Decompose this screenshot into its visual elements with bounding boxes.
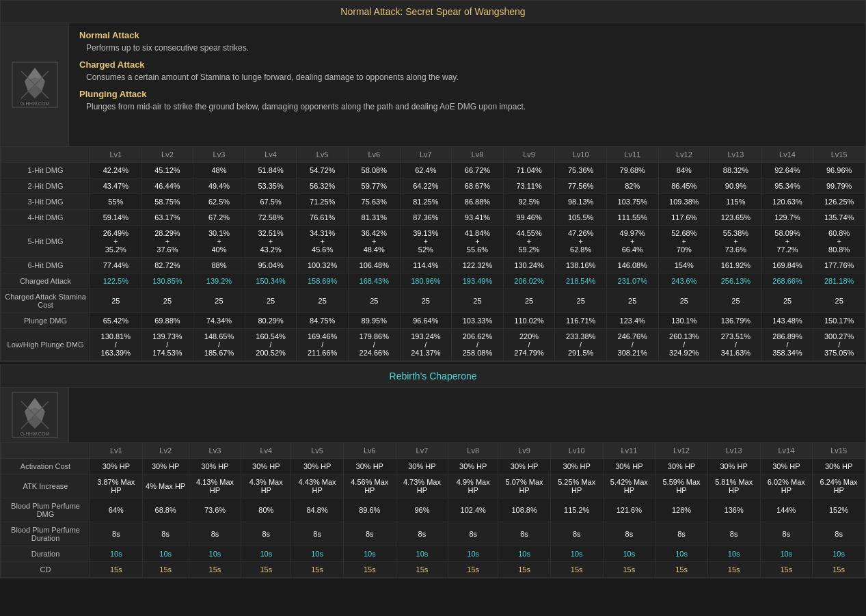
table-cell: 25 [658, 289, 710, 313]
row-label: CD [1, 562, 90, 578]
table-cell: 136% [707, 498, 760, 522]
table-cell: 121.6% [603, 498, 655, 522]
row-label: Blood Plum Perfume Duration [1, 522, 90, 546]
table-cell: 64.22% [400, 178, 452, 194]
table-cell: 218.54% [555, 273, 607, 289]
table-cell: 10s [603, 546, 655, 562]
table-cell: 92.64% [761, 163, 813, 178]
table-cell: 58.09%+77.2% [761, 226, 813, 258]
table-cell: 82% [606, 178, 658, 194]
table-cell: 34.31%+45.6% [297, 226, 349, 258]
table-cell: 15s [655, 562, 708, 578]
table-cell: 55% [90, 194, 142, 210]
svg-text:G-HHW.COM: G-HHW.COM [20, 431, 49, 436]
table-cell: 82.72% [141, 258, 193, 273]
table-cell: 51.84% [245, 163, 297, 178]
row-label: 5-Hit DMG [1, 226, 90, 258]
table-cell: 30% HP [142, 459, 189, 474]
table-cell: 15s [707, 562, 760, 578]
table-cell: 8s [603, 522, 655, 546]
table-cell: 5.59% Max HP [655, 474, 708, 498]
col-header-empty [1, 147, 90, 163]
table-cell: 79.68% [606, 163, 658, 178]
table-cell: 25 [606, 289, 658, 313]
col-header-lv14: Lv14 [761, 147, 813, 163]
table-cell: 25 [452, 289, 504, 313]
table-cell: 95.34% [761, 178, 813, 194]
table-cell: 52.68%+70% [658, 226, 710, 258]
col-header-lv13: Lv13 [710, 147, 762, 163]
table-cell: 15s [241, 562, 291, 578]
table-cell: 8s [707, 522, 760, 546]
col-header-lv3: Lv3 [193, 147, 245, 163]
table-cell: 25 [90, 289, 142, 313]
table-cell: 114.4% [400, 258, 452, 273]
table-cell: 15s [760, 562, 813, 578]
table-cell: 116.71% [555, 313, 607, 329]
logo-box-2: G-HHW.COM [1, 388, 69, 442]
section1-title: Normal Attack: Secret Spear of Wangsheng [1, 1, 865, 23]
table-cell: 169.46%/211.66% [297, 329, 349, 361]
table-row: 1-Hit DMG42.24%45.12%48%51.84%54.72%58.0… [1, 163, 865, 178]
table-cell: 122.5% [90, 273, 142, 289]
table-cell: 160.54%/200.52% [245, 329, 297, 361]
table-cell: 45.12% [141, 163, 193, 178]
table-cell: 73.6% [189, 498, 241, 522]
col-header-lv3: Lv3 [189, 443, 241, 459]
table-cell: 92.5% [503, 194, 555, 210]
table-cell: 169.84% [761, 258, 813, 273]
table-cell: 56.32% [297, 178, 349, 194]
table-cell: 260.13%/324.92% [658, 329, 710, 361]
table-cell: 15s [448, 562, 498, 578]
col-header-lv9: Lv9 [503, 147, 555, 163]
table-cell: 30% HP [498, 459, 551, 474]
table-cell: 108.8% [498, 498, 551, 522]
table-cell: 103.33% [452, 313, 504, 329]
description-box-1: Normal Attack Performs up to six consecu… [69, 23, 865, 146]
section1-table-container: Lv1Lv2Lv3Lv4Lv5Lv6Lv7Lv8Lv9Lv10Lv11Lv12L… [1, 146, 865, 361]
col-header-lv11: Lv11 [603, 443, 655, 459]
table-cell: 30% HP [241, 459, 291, 474]
table-cell: 130.85% [141, 273, 193, 289]
table-cell: 148.65%/185.67% [193, 329, 245, 361]
col-header-lv15: Lv15 [813, 443, 865, 459]
table-cell: 5.42% Max HP [603, 474, 655, 498]
col-header-lv5: Lv5 [297, 147, 349, 163]
table-cell: 95.04% [245, 258, 297, 273]
table-cell: 154% [658, 258, 710, 273]
table-cell: 4.56% Max HP [343, 474, 396, 498]
table-cell: 72.58% [245, 210, 297, 226]
table-cell: 96.96% [813, 163, 865, 178]
table-cell: 84.75% [297, 313, 349, 329]
logo-icon-2: G-HHW.COM [11, 391, 59, 439]
table-cell: 6.24% Max HP [813, 474, 865, 498]
table-cell: 4.43% Max HP [291, 474, 344, 498]
table-cell: 90.9% [710, 178, 762, 194]
table-cell: 4% Max HP [142, 474, 189, 498]
table-cell: 66.72% [452, 163, 504, 178]
table-cell: 58.75% [141, 194, 193, 210]
table-cell: 286.89%/358.34% [761, 329, 813, 361]
table-cell: 89.95% [348, 313, 400, 329]
table-cell: 99.79% [813, 178, 865, 194]
col-header-lv4: Lv4 [241, 443, 291, 459]
table-row: Activation Cost30% HP30% HP30% HP30% HP3… [1, 459, 865, 474]
row-label: 2-Hit DMG [1, 178, 90, 194]
table-cell: 36.42%+48.4% [348, 226, 400, 258]
table-cell: 15s [603, 562, 655, 578]
table-cell: 193.49% [452, 273, 504, 289]
table-cell: 123.4% [606, 313, 658, 329]
table-cell: 41.84%+55.6% [452, 226, 504, 258]
table-row: 5-Hit DMG26.49%+35.2%28.29%+37.6%30.1%+4… [1, 226, 865, 258]
table-cell: 10s [189, 546, 241, 562]
table-cell: 161.92% [710, 258, 762, 273]
table-row: Blood Plum Perfume Duration8s8s8s8s8s8s8… [1, 522, 865, 546]
table-cell: 8s [813, 522, 865, 546]
row-label: Low/High Plunge DMG [1, 329, 90, 361]
table-cell: 129.7% [761, 210, 813, 226]
table-cell: 81.25% [400, 194, 452, 210]
col-header-lv2: Lv2 [141, 147, 193, 163]
table-row: Low/High Plunge DMG130.81%/163.39%139.73… [1, 329, 865, 361]
table-cell: 98.13% [555, 194, 607, 210]
table-cell: 46.44% [141, 178, 193, 194]
